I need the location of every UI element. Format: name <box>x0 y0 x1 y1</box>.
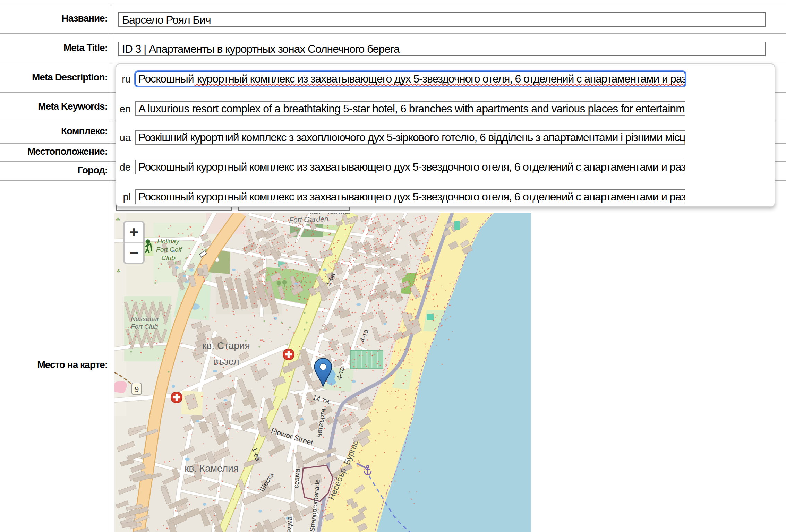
svg-text:кв. Чайка: кв. Чайка <box>309 213 350 216</box>
svg-text:седма: седма <box>292 468 301 488</box>
svg-text:Nessebar: Nessebar <box>131 315 159 323</box>
svg-text:9: 9 <box>135 385 139 394</box>
svg-text:кв. Камелия: кв. Камелия <box>185 463 239 474</box>
svg-text:седма: седма <box>284 516 293 532</box>
svg-text:Club: Club <box>161 254 175 261</box>
svg-text:☘: ☘ <box>117 268 121 274</box>
svg-text:кв. Стария: кв. Стария <box>202 340 250 351</box>
svg-text:Holiday: Holiday <box>157 238 180 245</box>
svg-text:Fort Garden: Fort Garden <box>289 215 328 224</box>
svg-text:☘: ☘ <box>116 217 120 222</box>
svg-text:възел: възел <box>213 356 239 367</box>
svg-text:Fort Golf: Fort Golf <box>156 246 182 253</box>
svg-text:Fort Club: Fort Club <box>131 323 158 330</box>
